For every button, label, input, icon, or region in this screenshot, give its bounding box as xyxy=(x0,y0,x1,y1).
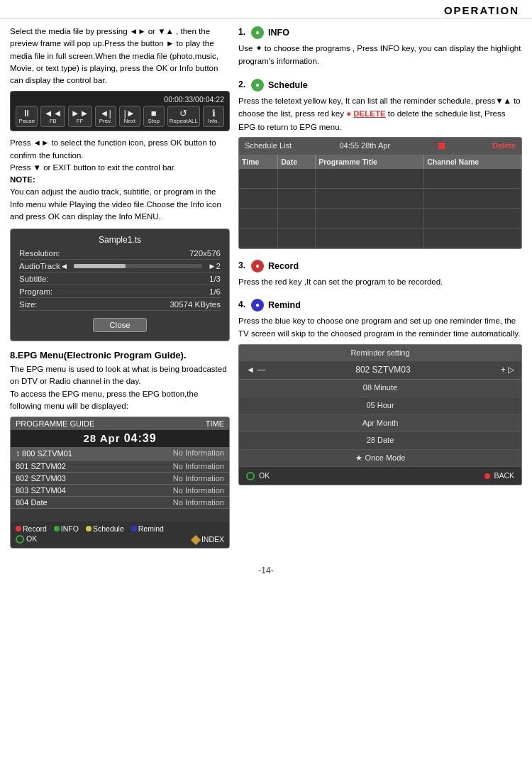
ctrl-icon-repeatall: ↺ xyxy=(179,109,187,118)
page-footer: -14- xyxy=(0,556,532,580)
reminder-left-arrow[interactable]: ◄ — xyxy=(246,363,265,377)
left-column: Select the media file by pressing ◄► or … xyxy=(10,26,230,549)
reminder-back-btn[interactable]: BACK xyxy=(484,470,514,482)
ctrl-btn-stop[interactable]: ■Stop xyxy=(143,106,165,127)
ctrl-label-fb: FB xyxy=(49,118,56,124)
dot-red xyxy=(16,526,21,531)
delete-dot xyxy=(438,143,445,149)
epg-desc: The EPG menu is used to look at what is … xyxy=(10,363,230,412)
epg-spacer xyxy=(11,509,229,522)
reminder-row-minute: 08 Minute xyxy=(239,380,521,397)
item-num-4: 4. xyxy=(238,298,245,312)
sched-cell xyxy=(278,228,316,248)
record-title: Record xyxy=(268,259,299,273)
close-button[interactable]: Close xyxy=(93,318,146,332)
info-box-title: Sample1.ts xyxy=(19,235,221,245)
info-row-program: Program: 1/6 xyxy=(19,287,221,298)
control-bar-buttons: ⏸Pause◄◄FB►►FF◄|Prev.|►Next■Stop↺RepeatA… xyxy=(16,106,224,127)
info-value-subtitle: 1/3 xyxy=(209,275,221,283)
sched-header-date: 04:55 28th Apr xyxy=(340,140,391,153)
epg-channel-row-2[interactable]: 802 SZTVM03 No Information xyxy=(11,473,229,485)
epg-ch-name-1: 801 SZTVM02 xyxy=(16,462,66,470)
epg-section: 8.EPG Menu(Electronic Program Guide). Th… xyxy=(10,350,230,549)
ctrl-label-pause: Pause xyxy=(18,118,35,124)
epg-time: 04:39 xyxy=(124,432,157,444)
info-row-audio: AudioTrack◄ ►2 xyxy=(19,262,221,272)
epg-ch-info-4: No Information xyxy=(173,498,224,507)
dot-blue xyxy=(131,526,137,531)
delete-indicator: ● DELETE xyxy=(346,109,386,118)
epg-channel-row-3[interactable]: 803 SZTVM04 No Information xyxy=(11,485,229,497)
epg-ch-name-4: 804 Date xyxy=(16,498,48,507)
info-value-size: 30574 KBytes xyxy=(170,300,221,309)
ctrl-btn-pause[interactable]: ⏸Pause xyxy=(16,106,38,127)
epg-title: 8.EPG Menu(Electronic Program Guide). xyxy=(10,350,230,360)
epg-date-row: 28 Apr 04:39 xyxy=(11,430,229,447)
sched-col-time: Time xyxy=(239,155,278,170)
epg-channel-list: ↕ 800 SZTVM01 No Information 801 SZTVM02… xyxy=(11,447,229,509)
ctrl-label-prev.: Prev. xyxy=(99,118,112,124)
epg-header-right: TIME xyxy=(206,419,224,428)
sched-table-header: Time Date Programme Title Channel Name xyxy=(239,155,521,170)
remind-icon: ● xyxy=(251,299,264,312)
epg-ch-info-2: No Information xyxy=(173,474,224,483)
sched-cell xyxy=(278,189,316,209)
reminder-box: Reminder setting ◄ — 802 SZTVM03 + ▷ 08 … xyxy=(238,344,522,486)
ctrl-btn-ff[interactable]: ►►FF xyxy=(68,106,92,127)
epg-ch-info-0: No Information xyxy=(173,448,224,458)
ctrl-btn-prev.[interactable]: ◄|Prev. xyxy=(95,106,116,127)
epg-header-left: PROGRAMME GUIDE xyxy=(16,419,94,428)
dot-red-back xyxy=(484,473,490,479)
remind-title: Remind xyxy=(268,298,301,312)
control-bar-time: 00:00:33/00:04:22 xyxy=(16,95,224,104)
sched-row-2 xyxy=(239,208,521,228)
ctrl-btn-next[interactable]: |►Next xyxy=(119,106,140,127)
epg-header: PROGRAMME GUIDE TIME xyxy=(11,417,229,430)
reminder-row-hour: 05 Hour xyxy=(239,397,521,415)
info-value-resolution: 720x576 xyxy=(189,249,221,258)
ctrl-btn-repeatall[interactable]: ↺RepeatALL xyxy=(167,106,200,127)
reminder-ok-label: OK xyxy=(259,470,270,482)
reminder-ok-btn[interactable]: OK xyxy=(246,470,270,482)
reminder-row-month: Apr Month xyxy=(239,415,521,433)
sched-row-0 xyxy=(239,169,521,188)
audio-bar-fill xyxy=(74,264,125,268)
sched-cell xyxy=(316,189,424,209)
ctrl-btn-info.[interactable]: ℹInfo. xyxy=(203,106,224,127)
epg-channel-row-4[interactable]: 804 Date No Information xyxy=(11,497,229,509)
intro-section: Select the media file by pressing ◄► or … xyxy=(10,26,230,131)
epg-ok-btn[interactable]: OK xyxy=(16,534,37,544)
epg-channel-row-0[interactable]: ↕ 800 SZTVM01 No Information xyxy=(11,447,229,461)
note-title: NOTE: xyxy=(10,175,35,184)
epg-remind-label: Remind xyxy=(131,524,164,533)
page-header: OPERATION xyxy=(0,0,532,18)
sched-cell xyxy=(316,208,424,228)
epg-channel-row-1[interactable]: 801 SZTVM02 No Information xyxy=(11,461,229,473)
info-label-subtitle: Subtitle: xyxy=(19,275,49,283)
ctrl-icon-info.: ℹ xyxy=(212,109,216,118)
ctrl-icon-ff: ►► xyxy=(71,109,89,118)
sched-header-row: Schedule List 04:55 28th Apr Delete xyxy=(239,138,521,155)
item-num-3: 3. xyxy=(238,259,245,272)
schedule-title: Schedule xyxy=(268,78,308,92)
note-text: You can adjust the audio track, subtitle… xyxy=(10,187,221,221)
dot-green xyxy=(54,526,60,531)
schedule-icon: ● xyxy=(251,79,264,92)
ctrl-icon-next: |► xyxy=(124,109,135,118)
reminder-right-arrows[interactable]: + ▷ xyxy=(501,363,514,377)
ctrl-label-repeatall: RepeatALL xyxy=(170,118,198,124)
ctrl-btn-fb[interactable]: ◄◄FB xyxy=(40,106,65,127)
right-item-schedule-header: 2. ● Schedule xyxy=(238,78,522,92)
sched-col-title: Programme Title xyxy=(316,155,424,170)
info-icon: ● xyxy=(251,26,264,39)
circle-ok-icon xyxy=(16,535,24,544)
footer-text: -14- xyxy=(258,566,273,575)
epg-index-btn[interactable]: INDEX xyxy=(192,535,224,544)
sched-cell xyxy=(278,169,316,188)
reminder-channel-name: 802 SZTVM03 xyxy=(355,363,410,377)
epg-footer: Record INFO Schedule Remind OK INDEX xyxy=(11,522,229,548)
sched-header-title: Schedule List xyxy=(245,140,292,153)
info-label-size: Size: xyxy=(19,300,38,309)
circle-ok-reminder xyxy=(246,472,255,480)
right-item-record: 3. ● Record Press the red key ,It can se… xyxy=(238,259,522,288)
